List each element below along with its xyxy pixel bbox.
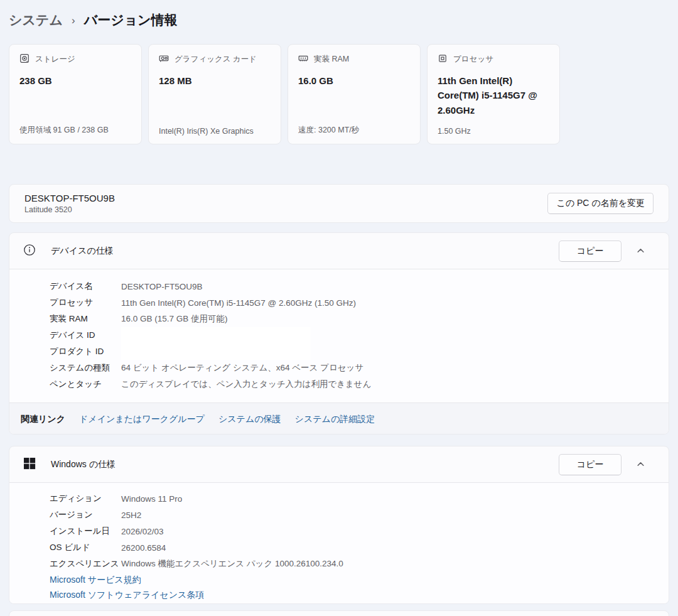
card-detail: 速度: 3200 MT/秒 xyxy=(298,125,412,136)
spec-label: インストール日 xyxy=(50,526,121,537)
spec-label: プロセッサ xyxy=(50,297,121,308)
storage-card: ストレージ 238 GB 使用領域 91 GB / 238 GB xyxy=(9,44,142,144)
link-microsoft-services-agreement[interactable]: Microsoft サービス規約 xyxy=(50,575,669,586)
windows-specs-header[interactable]: Windows の仕様 コピー xyxy=(9,446,669,482)
card-detail: Intel(R) Iris(R) Xe Graphics xyxy=(159,127,273,136)
spec-value: このディスプレイでは、ペン入力とタッチ入力は利用できません xyxy=(121,379,371,390)
info-icon xyxy=(23,244,36,259)
windows-specs-body: エディション Windows 11 Pro バージョン 25H2 インストール日… xyxy=(9,483,669,604)
spec-row: バージョン 25H2 xyxy=(9,507,669,523)
device-specs-header[interactable]: デバイスの仕様 コピー xyxy=(9,233,669,269)
ram-icon xyxy=(298,53,308,65)
summary-cards-row: ストレージ 238 GB 使用領域 91 GB / 238 GB グラフィックス… xyxy=(9,44,560,144)
spec-row: システムの種類 64 ビット オペレーティング システム、x64 ベース プロセ… xyxy=(9,360,669,376)
device-name: DESKTOP-FT5OU9B xyxy=(24,193,115,203)
spec-row: 実装 RAM 16.0 GB (15.7 GB 使用可能) xyxy=(9,311,669,327)
spec-value: 11th Gen Intel(R) Core(TM) i5-1145G7 @ 2… xyxy=(121,298,356,308)
link-system-protection[interactable]: システムの保護 xyxy=(218,414,281,425)
spec-value: 64 ビット オペレーティング システム、x64 ベース プロセッサ xyxy=(121,362,363,374)
device-name-card: DESKTOP-FT5OU9B Latitude 3520 この PC の名前を… xyxy=(9,184,669,223)
spec-row: デバイス名 DESKTOP-FT5OU9B xyxy=(9,278,669,294)
next-section-card-edge xyxy=(9,610,669,616)
spec-value: 16.0 GB (15.7 GB 使用可能) xyxy=(121,313,228,325)
spec-row: ペンとタッチ このディスプレイでは、ペン入力とタッチ入力は利用できません xyxy=(9,376,669,392)
spec-row: エディション Windows 11 Pro xyxy=(9,490,669,507)
spec-row: プロダクト ID xyxy=(9,343,669,360)
spec-label: プロダクト ID xyxy=(50,346,121,357)
spec-value: Windows 機能エクスペリエンス パック 1000.26100.234.0 xyxy=(121,558,343,570)
card-detail: 1.50 GHz xyxy=(438,127,552,136)
spec-value: 25H2 xyxy=(121,511,141,520)
chevron-up-icon[interactable] xyxy=(634,244,647,257)
spec-value: 2026/02/03 xyxy=(121,527,164,536)
storage-icon xyxy=(19,53,30,65)
spec-label: システムの種類 xyxy=(50,362,121,374)
spec-value: 26200.6584 xyxy=(121,543,166,553)
spec-value: Windows 11 Pro xyxy=(121,494,182,504)
device-specs-section: デバイスの仕様 コピー デバイス名 DESKTOP-FT5OU9B プロセッサ … xyxy=(9,232,669,435)
spec-label: エクスペリエンス xyxy=(50,558,121,570)
section-title: デバイスの仕様 xyxy=(51,246,114,257)
section-title: Windows の仕様 xyxy=(51,459,116,470)
card-value: 16.0 GB xyxy=(298,73,410,88)
page-title: バージョン情報 xyxy=(84,11,178,29)
spec-label: OS ビルド xyxy=(50,542,121,553)
spec-label: デバイス名 xyxy=(50,281,121,292)
link-domain-or-workgroup[interactable]: ドメインまたはワークグループ xyxy=(79,414,205,425)
breadcrumb: システム › バージョン情報 xyxy=(9,11,178,29)
copy-windows-specs-button[interactable]: コピー xyxy=(559,454,622,475)
spec-label: デバイス ID xyxy=(50,330,121,341)
graphics-card-icon xyxy=(159,53,169,65)
redacted-product-id xyxy=(121,343,311,360)
card-label: ストレージ xyxy=(35,54,75,65)
spec-label: エディション xyxy=(50,493,121,504)
device-specs-body: デバイス名 DESKTOP-FT5OU9B プロセッサ 11th Gen Int… xyxy=(9,269,669,403)
spec-row: プロセッサ 11th Gen Intel(R) Core(TM) i5-1145… xyxy=(9,294,669,311)
device-model: Latitude 3520 xyxy=(24,205,115,214)
rename-pc-button[interactable]: この PC の名前を変更 xyxy=(547,193,654,214)
spec-label: ペンとタッチ xyxy=(50,379,121,390)
chevron-up-icon[interactable] xyxy=(634,458,647,471)
breadcrumb-system[interactable]: システム xyxy=(9,11,63,29)
card-label: グラフィックス カード xyxy=(175,54,257,65)
spec-label: 実装 RAM xyxy=(50,313,121,325)
spec-row: OS ビルド 26200.6584 xyxy=(9,539,669,556)
breadcrumb-separator-icon: › xyxy=(72,13,75,27)
card-value: 238 GB xyxy=(19,73,131,88)
windows-logo-icon xyxy=(23,457,36,472)
windows-specs-section: Windows の仕様 コピー エディション Windows 11 Pro バー… xyxy=(9,446,669,604)
link-advanced-system-settings[interactable]: システムの詳細設定 xyxy=(295,414,375,425)
redacted-device-id xyxy=(121,327,311,343)
copy-device-specs-button[interactable]: コピー xyxy=(559,240,622,262)
ram-card: 実装 RAM 16.0 GB 速度: 3200 MT/秒 xyxy=(288,44,421,144)
processor-card: プロセッサ 11th Gen Intel(R) Core(TM) i5-1145… xyxy=(427,44,560,144)
spec-row: エクスペリエンス Windows 機能エクスペリエンス パック 1000.261… xyxy=(9,556,669,572)
spec-row: インストール日 2026/02/03 xyxy=(9,523,669,539)
card-label: 実装 RAM xyxy=(314,54,349,65)
graphics-card: グラフィックス カード 128 MB Intel(R) Iris(R) Xe G… xyxy=(148,44,281,144)
link-microsoft-software-license-terms[interactable]: Microsoft ソフトウェアライセンス条項 xyxy=(50,590,669,601)
card-detail: 使用領域 91 GB / 238 GB xyxy=(19,125,134,136)
spec-value: DESKTOP-FT5OU9B xyxy=(121,282,203,291)
processor-icon xyxy=(438,53,448,65)
card-value: 128 MB xyxy=(159,73,271,88)
spec-label: バージョン xyxy=(50,509,121,521)
related-links-label: 関連リンク xyxy=(21,414,65,425)
related-links-row: 関連リンク ドメインまたはワークグループ システムの保護 システムの詳細設定 xyxy=(9,403,669,435)
card-value: 11th Gen Intel(R) Core(TM) i5-1145G7 @ 2… xyxy=(438,73,549,117)
spec-row: デバイス ID xyxy=(9,327,669,343)
card-label: プロセッサ xyxy=(453,54,493,65)
